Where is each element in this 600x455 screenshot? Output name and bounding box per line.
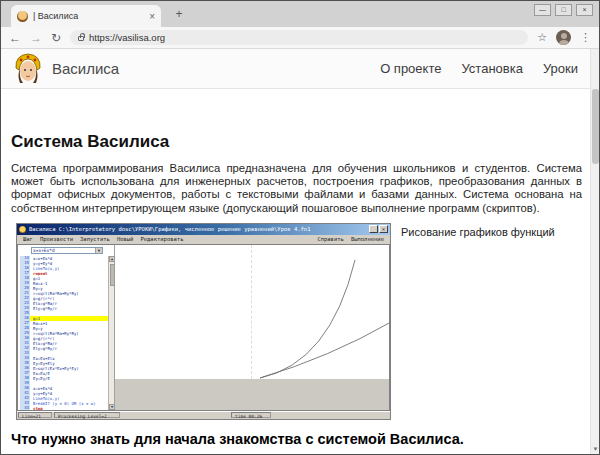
footer-heading: Что нужно знать для начала знакомства с …	[11, 431, 590, 447]
code-text: stop	[30, 406, 43, 410]
close-button[interactable]: ×	[576, 4, 593, 16]
ide-window-buttons: _ ×	[369, 225, 388, 233]
ide-code-list: 14x=x+Ex*d15y=y+Ey*d16LineTo(x,y)17repea…	[20, 256, 108, 410]
code-text: Ely=g*Ry/r	[30, 306, 57, 311]
main-nav: О проектеУстановкаУроки	[380, 61, 578, 76]
ide-menu-item-1: Произвести	[40, 236, 73, 242]
ide-status-segment-2: time 00:26	[231, 412, 271, 418]
ide-title-text: Василиса C:\Interpretatory_dosc\УРОКИ\Гр…	[29, 226, 366, 232]
page-title: Система Василиса	[11, 132, 590, 152]
web-page: Василиса О проектеУстановкаУроки Система…	[1, 49, 599, 454]
ide-menu-item-3: Новый	[117, 236, 134, 242]
tab-close-icon[interactable]: ×	[149, 11, 155, 22]
ide-code-combo: x=x+Ex*d ▼	[31, 247, 103, 254]
site-brand[interactable]: Василиса	[13, 52, 119, 86]
ide-minimize-button: _	[369, 225, 378, 233]
figure-caption: Рисование графиков функций	[401, 226, 555, 238]
brand-name[interactable]: Василиса	[52, 60, 119, 77]
browser-toolbar: ← → ↻ https://vasilisa.org ☆ ⋮	[1, 27, 599, 49]
ide-app-icon	[19, 226, 26, 233]
ide-menu-bar: ШагПроизвестиЗапуститьНовыйРедактировать…	[17, 235, 390, 244]
combo-value: x=x+Ex*d	[32, 248, 95, 253]
combo-dropdown-icon: ▼	[95, 248, 102, 253]
tab-strip: | Василиса × + — □ ×	[1, 1, 599, 27]
browser-tab[interactable]: | Василиса ×	[11, 5, 161, 27]
ide-code-scrollbar: ▲ ▼	[108, 256, 114, 410]
window-controls: — □ ×	[534, 4, 593, 16]
scrollbar-down-icon[interactable]: ▼	[591, 446, 600, 452]
nav-link-0[interactable]: О проекте	[380, 61, 441, 76]
ide-status-bar: Line=21Processing Level=2time 00:26	[17, 411, 390, 419]
profile-avatar[interactable]	[556, 30, 571, 45]
ide-code-panel: x=x+Ex*d ▼ 14x=x+Ex*d15y=y+Ey*d16LineTo(…	[20, 245, 115, 410]
ide-client-area: x=x+Ex*d ▼ 14x=x+Ex*d15y=y+Ey*d16LineTo(…	[17, 244, 390, 411]
ide-close-button: ×	[379, 225, 388, 233]
bookmark-icon[interactable]: ☆	[537, 31, 547, 44]
ide-status-segment-1: Processing Level=2	[54, 412, 120, 418]
ide-menu-item-r0: Справить	[317, 236, 344, 242]
site-header: Василиса О проектеУстановкаУроки	[1, 49, 590, 89]
ide-menu-item-4: Редактировать	[140, 236, 183, 242]
menu-icon[interactable]: ⋮	[580, 31, 591, 44]
figure-wrap: Василиса C:\Interpretatory_dosc\УРОКИ\Гр…	[1, 223, 590, 423]
favicon-icon	[17, 11, 28, 22]
back-icon[interactable]: ←	[9, 32, 21, 44]
ide-menu-item-2: Запустить	[80, 236, 110, 242]
ide-graph-panel	[115, 245, 389, 410]
graph-curves	[115, 245, 389, 405]
code-text: Ely=g*Ry/r	[30, 346, 57, 351]
code-line: 44stop	[20, 406, 108, 410]
page-scrollbar[interactable]: ▼	[590, 49, 599, 454]
ide-status-segment-0: Line=21	[18, 412, 52, 418]
ide-screenshot: Василиса C:\Interpretatory_dosc\УРОКИ\Гр…	[16, 223, 391, 420]
lock-icon	[78, 36, 84, 41]
new-tab-button[interactable]: +	[171, 7, 187, 21]
forward-icon[interactable]: →	[30, 32, 42, 44]
ide-title-bar: Василиса C:\Interpretatory_dosc\УРОКИ\Гр…	[17, 224, 390, 235]
minimize-button[interactable]: —	[534, 4, 551, 16]
intro-paragraph: Система программирования Василиса предна…	[11, 162, 582, 215]
browser-window: | Василиса × + — □ × ← → ↻ https://vasil…	[0, 0, 600, 455]
scroll-down-icon: ▼	[109, 404, 115, 410]
ide-menu-item-0: Шаг	[23, 236, 33, 242]
maximize-button[interactable]: □	[555, 4, 572, 16]
vasilisa-logo-icon	[13, 52, 43, 86]
reload-icon[interactable]: ↻	[51, 32, 61, 44]
code-text: Ey=Ey/E	[30, 376, 50, 381]
line-number: 44	[20, 405, 30, 410]
ide-menu-item-r1: Выполнение	[351, 236, 384, 242]
scrollbar-thumb[interactable]	[592, 89, 599, 164]
nav-link-1[interactable]: Установка	[461, 61, 522, 76]
scroll-up-icon: ▲	[109, 256, 115, 262]
tab-title: | Василиса	[33, 11, 144, 21]
url-text[interactable]: https://vasilisa.org	[89, 32, 165, 43]
nav-link-2[interactable]: Уроки	[543, 61, 578, 76]
scroll-thumb	[110, 264, 115, 286]
url-bar[interactable]: https://vasilisa.org	[70, 30, 528, 45]
page-content: Система Василиса Система программировани…	[1, 90, 590, 454]
